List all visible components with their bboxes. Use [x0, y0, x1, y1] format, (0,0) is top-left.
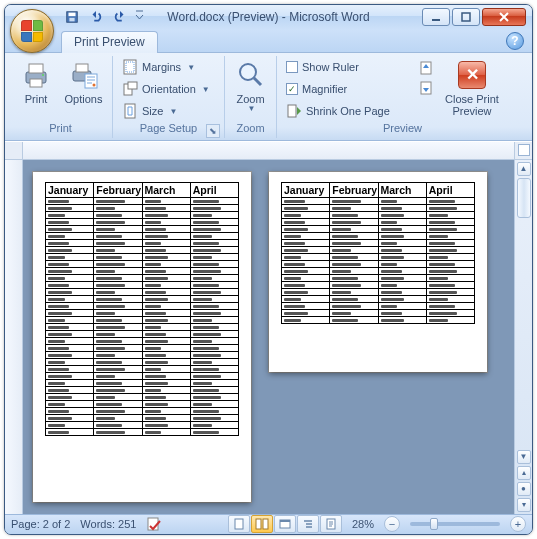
table-header: March — [142, 182, 190, 197]
qat-customize-dropdown[interactable] — [135, 8, 146, 26]
table-row — [282, 309, 475, 316]
table-row — [46, 337, 239, 344]
help-button[interactable]: ? — [506, 32, 524, 50]
magnifier-toggle[interactable]: ✓ Magnifier — [283, 79, 411, 100]
page-1: JanuaryFebruaryMarchApril — [33, 172, 251, 502]
table-header: April — [426, 182, 474, 197]
table-row — [282, 197, 475, 204]
table-row — [46, 365, 239, 372]
close-window-button[interactable] — [482, 8, 526, 26]
table-row — [46, 274, 239, 281]
browse-prev-button[interactable]: ▴ — [517, 466, 531, 480]
orientation-button[interactable]: Orientation▼ — [119, 79, 218, 100]
view-draft-icon — [325, 518, 337, 530]
table-row — [46, 414, 239, 421]
view-draft[interactable] — [320, 515, 342, 533]
svg-rect-16 — [128, 82, 137, 89]
options-button[interactable]: Options — [61, 57, 106, 107]
view-full-reading[interactable] — [251, 515, 273, 533]
next-page-button[interactable] — [415, 79, 437, 100]
horizontal-ruler — [5, 142, 532, 160]
svg-rect-10 — [76, 64, 88, 72]
svg-rect-24 — [256, 519, 261, 529]
print-button[interactable]: Print — [15, 57, 57, 107]
tab-print-preview[interactable]: Print Preview — [61, 31, 158, 53]
table-row — [46, 407, 239, 414]
close-preview-label: Close Print Preview — [445, 93, 499, 117]
size-label: Size — [142, 105, 163, 117]
page-canvas[interactable]: JanuaryFebruaryMarchApril JanuaryFebruar… — [23, 160, 514, 514]
qat-save-button[interactable] — [63, 8, 81, 26]
svg-rect-27 — [280, 520, 290, 522]
table-row — [282, 316, 475, 323]
zoom-slider[interactable] — [410, 522, 500, 526]
table-row — [282, 295, 475, 302]
browse-next-button[interactable]: ▾ — [517, 498, 531, 512]
qat-undo-button[interactable] — [87, 8, 105, 26]
table-row — [46, 428, 239, 435]
margins-label: Margins — [142, 61, 181, 73]
margins-icon — [122, 59, 138, 75]
zoom-slider-thumb[interactable] — [430, 518, 438, 530]
table-header: March — [378, 182, 426, 197]
close-icon — [498, 12, 510, 22]
svg-point-12 — [92, 83, 95, 86]
table-row — [282, 239, 475, 246]
table-header: February — [94, 182, 142, 197]
shrink-page-button[interactable]: Shrink One Page — [283, 101, 411, 122]
group-print-label: Print — [15, 122, 106, 138]
save-icon — [65, 10, 79, 24]
vertical-scrollbar[interactable]: ▲ ▼ ▴ ● ▾ — [514, 160, 532, 514]
table-row — [46, 421, 239, 428]
zoom-in-button[interactable]: + — [510, 516, 526, 532]
scroll-up-button[interactable]: ▲ — [517, 162, 531, 176]
statusbar: Page: 2 of 2 Words: 251 28% − + — [5, 514, 532, 534]
minimize-button[interactable] — [422, 8, 450, 26]
document-table-1: JanuaryFebruaryMarchApril — [45, 182, 239, 436]
view-printlayout-icon — [233, 518, 245, 530]
zoom-out-button[interactable]: − — [384, 516, 400, 532]
table-row — [282, 267, 475, 274]
table-row — [46, 393, 239, 400]
maximize-icon — [461, 12, 471, 22]
table-row — [46, 246, 239, 253]
svg-point-18 — [240, 64, 256, 80]
status-words[interactable]: Words: 251 — [80, 518, 136, 530]
zoom-button[interactable]: Zoom ▼ — [230, 57, 272, 116]
maximize-button[interactable] — [452, 8, 480, 26]
show-ruler-toggle[interactable]: Show Ruler — [283, 57, 411, 78]
view-web-layout[interactable] — [274, 515, 296, 533]
table-row — [46, 288, 239, 295]
qat-redo-button[interactable] — [111, 8, 129, 26]
chevron-down-icon — [135, 10, 146, 24]
office-button[interactable] — [10, 9, 54, 53]
view-outline[interactable] — [297, 515, 319, 533]
table-row — [46, 260, 239, 267]
status-zoom[interactable]: 28% — [352, 518, 374, 530]
group-preview-label: Preview — [283, 122, 522, 138]
proofing-button[interactable] — [146, 516, 162, 532]
table-row — [282, 260, 475, 267]
table-row — [46, 281, 239, 288]
close-preview-button[interactable]: ✕ Close Print Preview — [441, 57, 503, 119]
browse-object-button[interactable]: ● — [517, 482, 531, 496]
view-print-layout[interactable] — [228, 515, 250, 533]
document-table-2: JanuaryFebruaryMarchApril — [281, 182, 475, 324]
scroll-thumb[interactable] — [517, 178, 531, 218]
shrink-icon — [286, 103, 302, 119]
size-button[interactable]: Size▼ — [119, 101, 218, 122]
table-row — [46, 330, 239, 337]
shrink-label: Shrink One Page — [306, 105, 390, 117]
margins-button[interactable]: Margins▼ — [119, 57, 218, 78]
group-pagesetup-label: Page Setup — [140, 122, 198, 134]
status-page[interactable]: Page: 2 of 2 — [11, 518, 70, 530]
svg-rect-6 — [29, 64, 43, 73]
table-header: January — [282, 182, 330, 197]
table-row — [282, 232, 475, 239]
magnifier-label: Magnifier — [302, 83, 347, 95]
prev-page-button[interactable] — [415, 57, 437, 78]
scroll-down-button[interactable]: ▼ — [517, 450, 531, 464]
ruler-toggle-button[interactable] — [518, 144, 530, 156]
svg-rect-3 — [432, 19, 440, 21]
pagesetup-launcher[interactable]: ⬊ — [206, 124, 220, 138]
